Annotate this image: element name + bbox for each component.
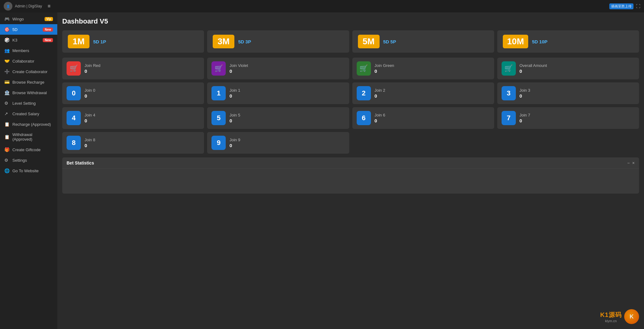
sidebar-item-wingo[interactable]: 🎮 Wingo Vip (0, 14, 57, 24)
sidebar-item-browse-recharge[interactable]: 💳 Browse Recharge (0, 77, 57, 87)
stat-label-join-6: Join 6 (375, 113, 490, 117)
period-tab-number-5m: 5M (358, 35, 380, 48)
stat-label-join-1: Join 1 (229, 88, 345, 93)
stat-value-join-3: 0 (520, 93, 635, 99)
number-stats-row3: 8 Join 8 0 9 Join 9 0 (62, 132, 639, 154)
sidebar-item-members[interactable]: 👥 Members (0, 45, 57, 56)
period-tab-5m[interactable]: 5M 5D 5P (352, 30, 494, 53)
sidebar-label-5d: 5D (12, 27, 18, 32)
stat-value-join-4: 0 (85, 118, 200, 123)
stat-card-overall-amount: 🛒 Overall Amount 0 (497, 58, 639, 79)
sidebar-item-recharge-approved[interactable]: 📋 Recharge (Approved) (0, 119, 57, 129)
stat-icon-join-violet: 🛒 (211, 61, 226, 76)
sidebar-label-go-to-website: Go To Website (12, 169, 39, 173)
sidebar-item-k3[interactable]: 🎲 K3 New (0, 35, 57, 45)
stat-info-join-3: Join 3 0 (520, 88, 635, 99)
stat-label-join-7: Join 7 (520, 113, 635, 117)
bet-stats-title: Bet Statistics (67, 160, 94, 165)
topbar-badge: 插画至胜上传 (609, 3, 633, 9)
sidebar: 🎮 Wingo Vip 🎯 5D New 🎲 K3 New 👥 Members … (0, 12, 57, 329)
expand-icon[interactable]: ⛶ (636, 4, 640, 9)
period-tab-label-3m: 5D 3P (238, 39, 251, 44)
num-icon-join-3: 3 (502, 86, 516, 100)
stat-label-join-3: Join 3 (520, 88, 635, 93)
stat-card-join-violet: 🛒 Join Violet 0 (207, 58, 349, 79)
sidebar-icon-created-salary: ↗ (4, 111, 10, 116)
stat-info-join-9: Join 9 0 (229, 138, 345, 148)
sidebar-icon-withdrawal-approved: 📋 (4, 134, 10, 139)
stat-card-join-4: 4 Join 4 0 (62, 107, 204, 129)
stat-info-join-8: Join 8 0 (85, 138, 200, 148)
stat-card-join-1: 1 Join 1 0 (207, 82, 349, 104)
avatar-icon: 👤 (6, 5, 10, 8)
join-stats-grid: 🛒 Join Red 0 🛒 Join Violet 0 🛒 Join Gree… (62, 58, 639, 79)
stat-info-overall-amount: Overall Amount 0 (520, 63, 635, 74)
stat-info-join-2: Join 2 0 (375, 88, 490, 99)
menu-icon[interactable]: ≡ (48, 3, 50, 9)
sidebar-label-collaborator: Collaborator (12, 59, 34, 64)
stat-card-join-8: 8 Join 8 0 (62, 132, 204, 154)
stat-label-join-9: Join 9 (229, 138, 345, 142)
bet-stats-close[interactable]: × (632, 160, 635, 165)
number-stats-row1: 0 Join 0 0 1 Join 1 0 2 Join 2 0 3 (62, 82, 639, 104)
stat-value-join-1: 0 (229, 93, 345, 99)
stat-label-join-red: Join Red (85, 63, 200, 68)
stat-label-overall-amount: Overall Amount (520, 63, 635, 68)
sidebar-label-withdrawal-approved: Withdrawal (Approved) (12, 132, 53, 142)
num-icon-join-1: 1 (211, 86, 226, 100)
sidebar-item-settings[interactable]: ⚙ Settings (0, 155, 57, 165)
stat-card-join-2: 2 Join 2 0 (352, 82, 494, 104)
admin-label: Admin | DigiSlay (15, 4, 42, 8)
stat-value-overall-amount: 0 (520, 68, 635, 74)
sidebar-icon-wingo: 🎮 (4, 16, 10, 21)
num-icon-join-6: 6 (357, 111, 371, 125)
period-tab-label-5m: 5D 5P (383, 39, 396, 44)
sidebar-item-withdrawal-approved[interactable]: 📋 Withdrawal (Approved) (0, 129, 57, 144)
sidebar-badge-k3: New (43, 38, 53, 42)
stat-label-join-0: Join 0 (85, 88, 200, 93)
sidebar-item-create-giftcode[interactable]: 🎁 Create Giftcode (0, 144, 57, 155)
stat-card-join-red: 🛒 Join Red 0 (62, 58, 204, 79)
stat-info-join-green: Join Green 0 (375, 63, 490, 74)
stat-value-join-0: 0 (85, 93, 200, 99)
stat-card-join-green: 🛒 Join Green 0 (352, 58, 494, 79)
stat-card-join-9: 9 Join 9 0 (207, 132, 349, 154)
period-tab-10m[interactable]: 10M 5D 10P (497, 30, 639, 53)
sidebar-label-recharge-approved: Recharge (Approved) (12, 122, 51, 127)
sidebar-label-members: Members (12, 48, 29, 53)
stat-info-join-violet: Join Violet 0 (229, 63, 345, 74)
bet-stats-minimize[interactable]: − (627, 160, 630, 165)
stat-info-join-5: Join 5 0 (229, 113, 345, 123)
stat-value-join-violet: 0 (229, 68, 345, 74)
num-icon-join-4: 4 (67, 111, 81, 125)
sidebar-item-5d[interactable]: 🎯 5D New (0, 24, 57, 35)
bet-stats-body (62, 169, 639, 194)
sidebar-label-k3: K3 (12, 38, 17, 42)
sidebar-label-created-salary: Created Salary (12, 112, 39, 116)
stat-icon-overall-amount: 🛒 (502, 61, 516, 76)
sidebar-item-created-salary[interactable]: ↗ Created Salary (0, 108, 57, 119)
sidebar-item-browse-withdrawal[interactable]: 🏦 Browse Withdrawal (0, 87, 57, 98)
stat-info-join-1: Join 1 0 (229, 88, 345, 99)
number-stats-row2: 4 Join 4 0 5 Join 5 0 6 Join 6 0 7 (62, 107, 639, 129)
stat-card-join-6: 6 Join 6 0 (352, 107, 494, 129)
stat-label-join-8: Join 8 (85, 138, 200, 142)
period-tab-1m[interactable]: 1M 5D 1P (62, 30, 204, 53)
sidebar-item-collaborator[interactable]: 🤝 Collaborator (0, 56, 57, 66)
period-tab-3m[interactable]: 3M 5D 3P (207, 30, 349, 53)
sidebar-icon-browse-recharge: 💳 (4, 80, 10, 85)
watermark-title: K1源码 (600, 311, 622, 319)
num-icon-join-2: 2 (357, 86, 371, 100)
sidebar-icon-recharge-approved: 📋 (4, 122, 10, 127)
stat-card-join-0: 0 Join 0 0 (62, 82, 204, 104)
sidebar-item-go-to-website[interactable]: 🌐 Go To Website (0, 165, 57, 176)
sidebar-icon-create-giftcode: 🎁 (4, 147, 10, 152)
watermark-subtitle: klym.cn (600, 319, 622, 323)
sidebar-label-wingo: Wingo (12, 17, 24, 21)
stat-info-join-0: Join 0 0 (85, 88, 200, 99)
sidebar-item-create-collaborator[interactable]: ➕ Create Collaborator (0, 66, 57, 77)
sidebar-label-browse-recharge: Browse Recharge (12, 80, 44, 85)
period-tab-number-3m: 3M (213, 35, 234, 48)
num-icon-join-8: 8 (67, 136, 81, 150)
sidebar-item-level-setting[interactable]: ⚙ Level Setting (0, 98, 57, 108)
